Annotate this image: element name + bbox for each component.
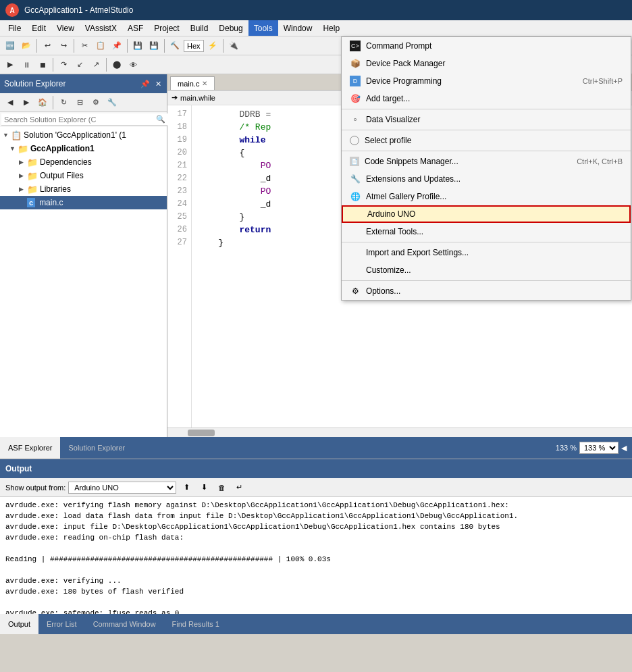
arrow-libraries: ▶ <box>19 186 27 192</box>
tab-solution-explorer[interactable]: Solution Explorer <box>60 437 133 459</box>
output-content: avrdude.exe: verifying flash memory agai… <box>0 497 632 614</box>
solution-toolbar: ◀ ▶ 🏠 ↻ ⊟ ⚙ 🔧 <box>0 93 167 112</box>
ln-20: 20 <box>172 147 187 159</box>
tab-mainc[interactable]: main.c ✕ <box>170 76 215 90</box>
menu-vassistx[interactable]: VAssistX <box>80 20 122 36</box>
output-btn-up[interactable]: ⬆ <box>179 480 194 495</box>
toolbar-save-all[interactable]: 💾 <box>147 38 161 53</box>
tools-dropdown-menu: C> Command Prompt 📦 Device Pack Manager … <box>341 36 631 301</box>
code-hscroll[interactable] <box>167 428 632 437</box>
tree-item-project[interactable]: ▼ 📁 GccApplication1 <box>0 142 167 155</box>
menu-file[interactable]: File <box>3 20 26 36</box>
status-tab-find-results[interactable]: Find Results 1 <box>164 614 228 634</box>
sol-back-btn[interactable]: ◀ <box>3 95 18 110</box>
output-btn-wrap[interactable]: ↵ <box>232 480 246 495</box>
status-tab-error-list[interactable]: Error List <box>38 614 85 634</box>
title-bar-text: GccApplication1 - AtmelStudio <box>24 5 133 15</box>
menu-item-import-export[interactable]: Import and Export Settings... <box>342 244 631 261</box>
toolbar-hex-flash[interactable]: ⚡ <box>205 38 220 53</box>
sol-wrench-btn[interactable]: 🔧 <box>105 95 120 110</box>
toolbar-cut[interactable]: ✂ <box>77 38 92 53</box>
menu-view[interactable]: View <box>51 20 80 36</box>
panel-close-btn[interactable]: ✕ <box>154 78 163 90</box>
toolbar-build[interactable]: 🔨 <box>167 38 182 53</box>
ln-24: 24 <box>172 198 187 211</box>
toolbar-debug-pause[interactable]: ⏸ <box>19 57 34 72</box>
toolbar-new[interactable]: 🆕 <box>3 38 18 53</box>
tree-item-libraries[interactable]: ▶ 📁 Libraries <box>0 182 167 196</box>
toolbar-watch[interactable]: 👁 <box>126 57 140 72</box>
arrow-solution: ▼ <box>3 132 11 138</box>
label-project: GccApplication1 <box>30 144 95 153</box>
hscroll-thumb[interactable] <box>188 430 215 436</box>
sol-forward-btn[interactable]: ▶ <box>19 95 34 110</box>
zoom-dropdown[interactable]: 133 % 100 % 150 % <box>579 442 618 454</box>
sep3 <box>127 39 128 53</box>
status-tab-command-window[interactable]: Command Window <box>85 614 164 634</box>
menu-item-external-tools[interactable]: External Tools... <box>342 223 631 240</box>
toolbar-redo[interactable]: ↪ <box>56 38 71 53</box>
toolbar-save[interactable]: 💾 <box>130 38 145 53</box>
ln-27: 27 <box>172 236 187 249</box>
ln-22: 22 <box>172 172 187 185</box>
add-target-icon: 🎯 <box>350 93 361 104</box>
tree-item-output-files[interactable]: ▶ 📁 Output Files <box>0 169 167 182</box>
toolbar-copy[interactable]: 📋 <box>93 38 108 53</box>
sol-settings-btn[interactable]: ⚙ <box>88 95 103 110</box>
menu-item-command-prompt[interactable]: C> Command Prompt <box>342 37 631 55</box>
toolbar-step-over[interactable]: ↷ <box>56 57 71 72</box>
toolbar-step-out[interactable]: ↗ <box>88 57 103 72</box>
toolbar-breakpoint[interactable]: ⬤ <box>109 57 124 72</box>
menu-debug[interactable]: Debug <box>213 20 248 36</box>
sol-refresh-btn[interactable]: ↻ <box>56 95 71 110</box>
menu-tools[interactable]: Tools <box>248 20 278 36</box>
code-snippets-shortcut: Ctrl+K, Ctrl+B <box>577 157 623 165</box>
menu-project[interactable]: Project <box>149 20 184 36</box>
menu-item-device-pack-manager[interactable]: 📦 Device Pack Manager <box>342 55 631 72</box>
arduino-uno-icon <box>351 209 362 219</box>
code-snippets-label: Code Snippets Manager... <box>365 157 571 166</box>
toolbar-paste[interactable]: 📌 <box>109 38 124 53</box>
menu-help[interactable]: Help <box>317 20 345 36</box>
toolbar-step-into[interactable]: ↙ <box>72 57 87 72</box>
toolbar-debug-start[interactable]: ▶ <box>3 57 18 72</box>
tab-asf-explorer[interactable]: ASF Explorer <box>0 437 60 459</box>
output-source-select[interactable]: Arduino UNO <box>68 482 176 494</box>
menu-item-atmel-gallery[interactable]: 🌐 Atmel Gallery Profile... <box>342 188 631 205</box>
panel-pin-btn[interactable]: 📌 <box>139 78 151 90</box>
menu-item-add-target[interactable]: 🎯 Add target... <box>342 90 631 107</box>
output-btn-clear[interactable]: 🗑 <box>214 480 229 495</box>
menu-item-device-programming[interactable]: D Device Programming Ctrl+Shift+P <box>342 72 631 90</box>
tab-mainc-close[interactable]: ✕ <box>202 80 207 87</box>
menu-item-select-profile[interactable]: Select profile <box>342 132 631 149</box>
search-input[interactable] <box>4 115 156 124</box>
tree-item-solution[interactable]: ▼ 📋 Solution 'GccApplication1' (1 <box>0 128 167 142</box>
tree-item-mainc[interactable]: ▶ c main.c <box>0 196 167 209</box>
menu-item-data-visualizer[interactable]: ⚬ Data Visualizer <box>342 111 631 128</box>
toolbar-open[interactable]: 📂 <box>19 38 34 53</box>
menu-item-extensions[interactable]: 🔧 Extensions and Updates... <box>342 170 631 188</box>
sol-collapse-btn[interactable]: ⊟ <box>72 95 87 110</box>
menu-edit[interactable]: Edit <box>26 20 51 36</box>
status-tab-output[interactable]: Output <box>0 614 38 634</box>
status-bar: Output Error List Command Window Find Re… <box>0 614 632 634</box>
menu-item-arduino-uno[interactable]: Arduino UNO <box>342 205 631 223</box>
ln-23: 23 <box>172 185 187 198</box>
tree-item-dependencies[interactable]: ▶ 📁 Dependencies <box>0 155 167 169</box>
menu-item-code-snippets[interactable]: 📄 Code Snippets Manager... Ctrl+K, Ctrl+… <box>342 153 631 170</box>
output-panel: Output Show output from: Arduino UNO ⬆ ⬇… <box>0 459 632 614</box>
output-line-7 <box>5 565 627 575</box>
menu-window[interactable]: Window <box>278 20 318 36</box>
sep2 <box>74 39 74 53</box>
menu-asf[interactable]: ASF <box>122 20 149 36</box>
toolbar-device[interactable]: 🔌 <box>226 38 241 53</box>
arrow-project: ▼ <box>9 145 18 152</box>
output-btn-down[interactable]: ⬇ <box>196 480 211 495</box>
menu-item-options[interactable]: ⚙ Options... <box>342 282 631 300</box>
icon-libraries: 📁 <box>27 184 38 195</box>
toolbar-undo[interactable]: ↩ <box>40 38 55 53</box>
menu-build[interactable]: Build <box>185 20 214 36</box>
sol-home-btn[interactable]: 🏠 <box>35 95 50 110</box>
menu-item-customize[interactable]: Customize... <box>342 261 631 279</box>
toolbar-debug-stop[interactable]: ⏹ <box>35 57 50 72</box>
